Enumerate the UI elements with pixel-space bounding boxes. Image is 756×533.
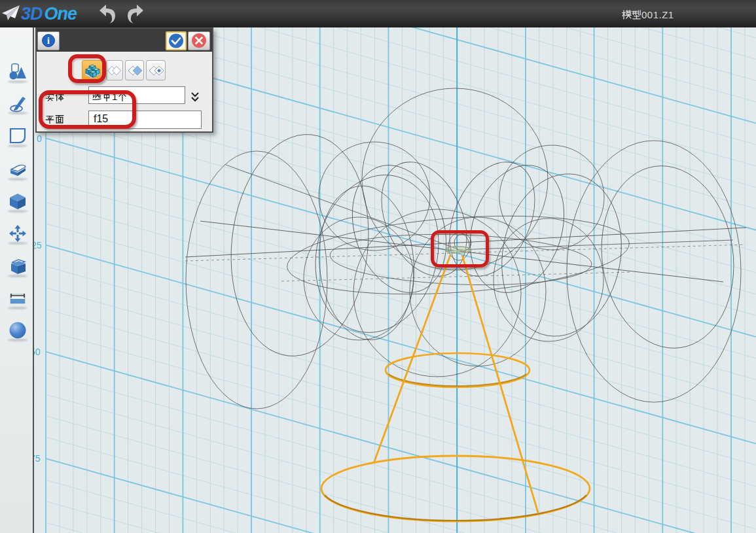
svg-text:i: i [47, 36, 50, 46]
